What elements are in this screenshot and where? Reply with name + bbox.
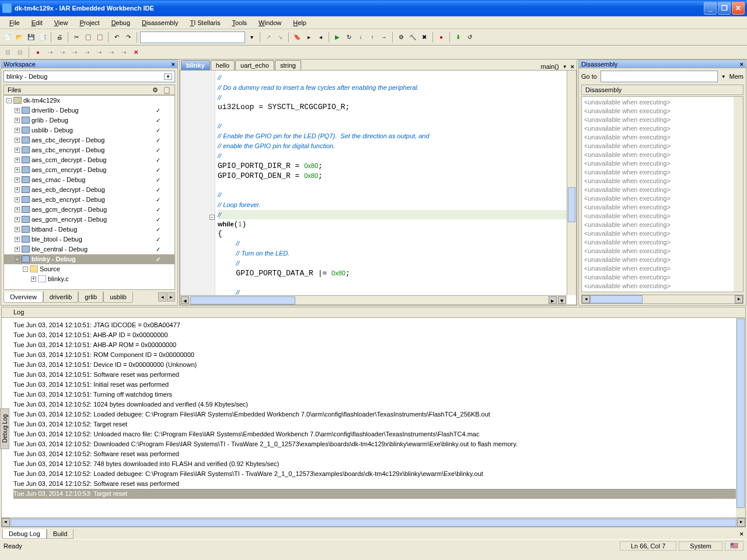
- cut-icon[interactable]: ✂: [71, 32, 82, 43]
- menu-tistellaris[interactable]: TI Stellaris: [184, 18, 226, 27]
- compile-icon[interactable]: ⚙: [396, 32, 406, 43]
- log-row[interactable]: Tue Jun 03, 2014 12:10:52: 748 bytes dow…: [13, 459, 741, 469]
- reset-icon[interactable]: ↺: [465, 32, 475, 43]
- log-row[interactable]: Tue Jun 03, 2014 12:10:53: Target reset: [13, 489, 741, 499]
- tree-item[interactable]: +aes_gcm_encrypt - Debug✓: [4, 215, 174, 225]
- log-row[interactable]: Tue Jun 03, 2014 12:10:52: 1024 bytes do…: [13, 400, 741, 410]
- save-icon[interactable]: 💾: [26, 32, 36, 43]
- ws-tab-grlib[interactable]: grlib: [78, 292, 103, 303]
- breakpoint-icon[interactable]: ●: [436, 32, 446, 43]
- log-row[interactable]: Tue Jun 03, 2014 12:10:51: AHB-AP ID = 0…: [13, 330, 741, 340]
- log-vscrollbar[interactable]: [736, 318, 745, 517]
- tree-item[interactable]: +aes_ccm_encrypt - Debug✓: [4, 165, 174, 175]
- log-row[interactable]: Tue Jun 03, 2014 12:10:51: Initial reset…: [13, 380, 741, 390]
- debug-log-vtab[interactable]: Debug Log: [0, 408, 9, 449]
- print-icon[interactable]: 🖨: [54, 32, 65, 43]
- log-row[interactable]: Tue Jun 03, 2014 12:10:51: JTAG IDCODE =…: [13, 320, 741, 330]
- t2-9-icon[interactable]: ⇢: [118, 47, 129, 58]
- workspace-tree[interactable]: -dk-tm4c129x+driverlib - Debug✓+grlib - …: [4, 95, 175, 290]
- ws-tab-driverlib[interactable]: driverlib: [43, 292, 79, 303]
- log-row[interactable]: Tue Jun 03, 2014 12:10:52: Software rese…: [13, 479, 741, 489]
- editor-tab-uart_echo[interactable]: uart_echo: [235, 60, 274, 70]
- ws-tab-usblib[interactable]: usblib: [103, 292, 133, 303]
- menu-tools[interactable]: Tools: [226, 18, 253, 27]
- editor-tab-blinky[interactable]: blinky: [181, 60, 210, 70]
- editor-hscrollbar[interactable]: ◂▸▾: [180, 295, 567, 304]
- maximize-button[interactable]: ❐: [718, 2, 731, 15]
- go-icon[interactable]: ▶: [332, 32, 343, 43]
- log-row[interactable]: Tue Jun 03, 2014 12:10:51: Device ID = 0…: [13, 360, 741, 370]
- t2-8-icon[interactable]: ⇢: [106, 47, 117, 58]
- editor-vscrollbar[interactable]: [567, 71, 576, 295]
- nav-icon[interactable]: ↗: [263, 32, 274, 43]
- make-icon[interactable]: 🔨: [407, 32, 418, 43]
- menu-project[interactable]: Project: [74, 18, 105, 27]
- t2-5-icon[interactable]: ⇢: [69, 47, 80, 58]
- t2-bp-icon[interactable]: ●: [33, 47, 43, 58]
- ws-tab-overview[interactable]: Overview: [4, 292, 43, 303]
- editor-tab-close-icon[interactable]: ×: [571, 63, 574, 70]
- log-row[interactable]: Tue Jun 03, 2014 12:10:52: Downloaded C:…: [13, 439, 741, 449]
- menu-debug[interactable]: Debug: [106, 18, 136, 27]
- t2-7-icon[interactable]: ⇢: [94, 47, 104, 58]
- log-row[interactable]: Tue Jun 03, 2014 12:10:52: Loaded debuge…: [13, 410, 741, 419]
- tree-item[interactable]: -dk-tm4c129x: [4, 96, 174, 106]
- goto-input[interactable]: [601, 71, 718, 82]
- ws-nav-left[interactable]: ◂: [158, 292, 166, 302]
- menu-help[interactable]: Help: [287, 18, 312, 27]
- t2-4-icon[interactable]: ⇢: [57, 47, 68, 58]
- t2-stop-icon[interactable]: ✕: [131, 47, 141, 58]
- disasm-body[interactable]: <unavailable when executing><unavailable…: [581, 96, 743, 292]
- tree-item[interactable]: +driverlib - Debug✓: [4, 106, 174, 116]
- editor-tab-string[interactable]: string: [275, 60, 301, 70]
- tree-item[interactable]: +grlib - Debug✓: [4, 116, 174, 125]
- menu-disassembly[interactable]: Disassembly: [136, 18, 184, 27]
- step-over-icon[interactable]: ↻: [344, 32, 354, 43]
- bottom-close-icon[interactable]: ×: [740, 530, 743, 537]
- bookmark-icon[interactable]: 🔖: [292, 32, 302, 43]
- t2-2-icon[interactable]: ⊟: [15, 47, 25, 58]
- fold-icon[interactable]: −: [210, 215, 215, 220]
- log-row[interactable]: Tue Jun 03, 2014 12:10:52: Unloaded macr…: [13, 429, 741, 439]
- tree-item[interactable]: +usblib - Debug✓: [4, 125, 174, 135]
- ws-nav-right[interactable]: ▸: [167, 292, 175, 302]
- undo-icon[interactable]: ↶: [111, 32, 122, 43]
- menu-file[interactable]: File: [4, 18, 26, 27]
- editor-body[interactable]: − // // Do a dummy read to insert a few …: [180, 70, 577, 305]
- editor-tab-hello[interactable]: hello: [211, 60, 235, 70]
- redo-icon[interactable]: ↷: [123, 32, 134, 43]
- log-hscrollbar[interactable]: ◂▸: [2, 517, 745, 527]
- bm-next-icon[interactable]: ▸: [303, 32, 314, 43]
- t2-1-icon[interactable]: ⊟: [2, 47, 13, 58]
- disasm-close-icon[interactable]: ×: [740, 61, 743, 68]
- copy-icon[interactable]: 📋: [83, 32, 93, 43]
- workspace-close-icon[interactable]: ×: [172, 61, 175, 68]
- new-icon[interactable]: 📄: [2, 32, 13, 43]
- nav2-icon[interactable]: ↘: [275, 32, 285, 43]
- tree-item[interactable]: +aes_cmac - Debug✓: [4, 175, 174, 185]
- t2-3-icon[interactable]: ⇢: [45, 47, 55, 58]
- menu-view[interactable]: View: [48, 18, 74, 27]
- run-to-icon[interactable]: →: [379, 32, 389, 43]
- step-out-icon[interactable]: ↑: [367, 32, 378, 43]
- disasm-hscrollbar[interactable]: ◂▸: [581, 295, 743, 304]
- log-row[interactable]: Tue Jun 03, 2014 12:10:51: Turning off w…: [13, 390, 741, 400]
- tree-item[interactable]: +bitband - Debug✓: [4, 225, 174, 235]
- mem-button[interactable]: Mem: [729, 73, 743, 80]
- tree-item[interactable]: +ble_btool - Debug✓: [4, 235, 174, 244]
- tree-item[interactable]: +aes_cbc_decrypt - Debug✓: [4, 135, 174, 145]
- menu-window[interactable]: Window: [253, 18, 287, 27]
- bm-prev-icon[interactable]: ◂: [315, 32, 326, 43]
- tree-item[interactable]: -blinky - Debug✓: [4, 254, 174, 264]
- tree-item[interactable]: +aes_ccm_decrypt - Debug✓: [4, 155, 174, 165]
- log-row[interactable]: Tue Jun 03, 2014 12:10:52: Loaded debuge…: [13, 469, 741, 479]
- config-dropdown[interactable]: blinky - Debug▼: [4, 71, 175, 82]
- download-icon[interactable]: ⬇: [453, 32, 463, 43]
- disasm-vscrollbar[interactable]: [734, 97, 743, 292]
- code-area[interactable]: // // Do a dummy read to insert a few cy…: [215, 71, 576, 304]
- stop-build-icon[interactable]: ✖: [419, 32, 430, 43]
- close-button[interactable]: ✕: [732, 2, 745, 15]
- tree-item[interactable]: +aes_ecb_decrypt - Debug✓: [4, 185, 174, 195]
- btab-build[interactable]: Build: [47, 529, 74, 539]
- minimize-button[interactable]: _: [704, 2, 717, 15]
